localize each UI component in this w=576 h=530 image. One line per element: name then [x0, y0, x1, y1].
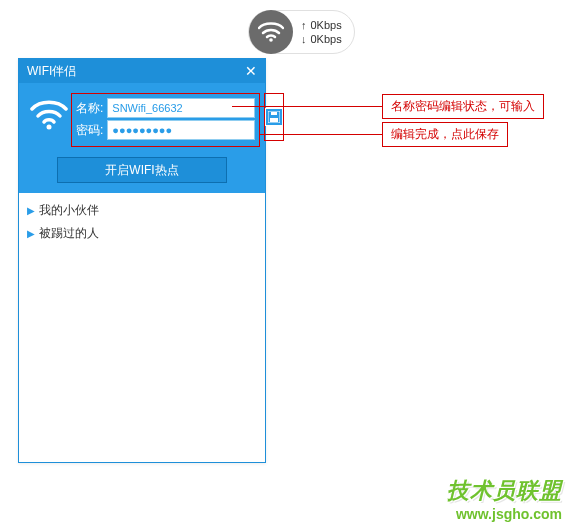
list-item[interactable]: ▶ 被踢过的人 — [27, 222, 257, 245]
svg-point-0 — [269, 38, 273, 42]
wifi-icon — [27, 99, 71, 131]
password-label: 密码: — [76, 122, 103, 139]
speed-indicator: 0Kbps 0Kbps — [248, 10, 355, 54]
wifi-password-input[interactable] — [107, 120, 255, 140]
svg-point-1 — [47, 125, 52, 130]
titlebar: WIFI伴侣 ✕ — [19, 59, 265, 83]
upload-speed: 0Kbps — [301, 18, 342, 32]
annotation-callout: 编辑完成，点此保存 — [260, 122, 508, 147]
annotation-text: 名称密码编辑状态，可输入 — [382, 94, 544, 119]
list-item-label: 我的小伙伴 — [39, 202, 99, 219]
watermark: 技术员联盟 www.jsgho.com — [447, 476, 562, 522]
close-icon[interactable]: ✕ — [245, 63, 257, 79]
chevron-right-icon: ▶ — [27, 205, 35, 216]
chevron-right-icon: ▶ — [27, 228, 35, 239]
start-hotspot-button[interactable]: 开启WIFI热点 — [57, 157, 227, 183]
window-title: WIFI伴侣 — [27, 63, 76, 80]
list-item-label: 被踢过的人 — [39, 225, 99, 242]
wifi-companion-window: WIFI伴侣 ✕ 名称: 密码: — [18, 58, 266, 463]
name-label: 名称: — [76, 100, 103, 117]
watermark-title: 技术员联盟 — [447, 476, 562, 506]
header-panel: 名称: 密码: 开启WIFI热点 — [19, 83, 265, 193]
list-item[interactable]: ▶ 我的小伙伴 — [27, 199, 257, 222]
annotation-callout: 名称密码编辑状态，可输入 — [232, 94, 544, 119]
wifi-icon — [249, 10, 293, 54]
watermark-url: www.jsgho.com — [447, 506, 562, 522]
annotation-text: 编辑完成，点此保存 — [382, 122, 508, 147]
list-area: ▶ 我的小伙伴 ▶ 被踢过的人 — [19, 193, 265, 251]
download-speed: 0Kbps — [301, 32, 342, 46]
